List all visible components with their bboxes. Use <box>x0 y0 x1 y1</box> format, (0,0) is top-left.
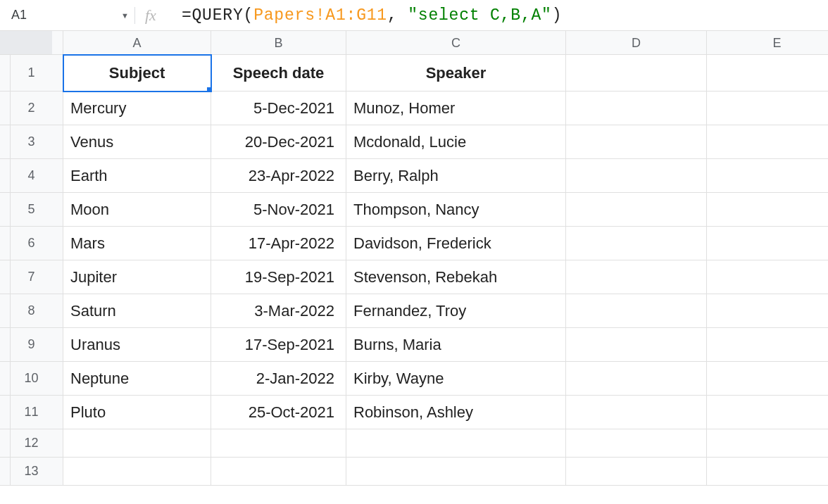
cell-C11[interactable]: Robinson, Ashley <box>346 396 566 429</box>
cell-B8[interactable]: 3-Mar-2022 <box>211 294 346 328</box>
col-header-A[interactable]: A <box>63 31 211 55</box>
cell-E6[interactable] <box>707 227 828 260</box>
formula-string: "select C,B,A" <box>408 6 551 25</box>
cell-A9[interactable]: Uranus <box>63 328 211 362</box>
cell-D11[interactable] <box>566 396 707 429</box>
cell-D10[interactable] <box>566 362 707 396</box>
col-header-E[interactable]: E <box>707 31 828 55</box>
cell-C2[interactable]: Munoz, Homer <box>346 92 566 125</box>
row-header-8[interactable]: 8 <box>0 294 63 328</box>
cell-D3[interactable] <box>566 125 707 159</box>
cell-A12[interactable] <box>63 429 211 458</box>
cell-D12[interactable] <box>566 429 707 458</box>
name-box[interactable]: A1 ▼ <box>4 4 134 27</box>
cell-E4[interactable] <box>707 159 828 193</box>
cell-E2[interactable] <box>707 92 828 125</box>
cell-E5[interactable] <box>707 193 828 227</box>
cell-D1[interactable] <box>566 55 707 92</box>
cell-C13[interactable] <box>346 458 566 486</box>
cell-B10[interactable]: 2-Jan-2022 <box>211 362 346 396</box>
cell-A10[interactable]: Neptune <box>63 362 211 396</box>
cell-E12[interactable] <box>707 429 828 458</box>
cell-B4[interactable]: 23-Apr-2022 <box>211 159 346 193</box>
cell-C9[interactable]: Burns, Maria <box>346 328 566 362</box>
cell-B2[interactable]: 5-Dec-2021 <box>211 92 346 125</box>
row-header-11[interactable]: 11 <box>0 396 63 429</box>
cell-C1-value: Speaker <box>426 64 487 82</box>
row-header-2[interactable]: 2 <box>0 92 63 125</box>
col-header-C[interactable]: C <box>346 31 566 55</box>
cell-B7[interactable]: 19-Sep-2021 <box>211 260 346 294</box>
cell-A3[interactable]: Venus <box>63 125 211 159</box>
formula-close-paren: ) <box>552 6 563 25</box>
cell-C10[interactable]: Kirby, Wayne <box>346 362 566 396</box>
row-header-9[interactable]: 9 <box>0 328 63 362</box>
formula-comma: , <box>387 6 408 25</box>
cell-E3[interactable] <box>707 125 828 159</box>
cell-E11[interactable] <box>707 396 828 429</box>
cell-D2[interactable] <box>566 92 707 125</box>
select-all-corner[interactable] <box>0 31 63 55</box>
cell-B5[interactable]: 5-Nov-2021 <box>211 193 346 227</box>
row-header-13[interactable]: 13 <box>0 458 63 486</box>
cell-C3[interactable]: Mcdonald, Lucie <box>346 125 566 159</box>
cell-A5[interactable]: Moon <box>63 193 211 227</box>
cell-B1[interactable]: Speech date <box>211 55 346 92</box>
cell-C1[interactable]: Speaker <box>346 55 566 92</box>
cell-D7[interactable] <box>566 260 707 294</box>
spreadsheet-grid: A B C D E 1 Subject Speech date Speaker … <box>0 31 828 486</box>
row-header-6[interactable]: 6 <box>0 227 63 260</box>
formula-open-paren: ( <box>244 6 254 25</box>
divider <box>134 7 135 24</box>
formula-range: Papers!A1:G11 <box>253 6 387 25</box>
cell-C4[interactable]: Berry, Ralph <box>346 159 566 193</box>
cell-E1[interactable] <box>707 55 828 92</box>
formula-input[interactable]: =QUERY(Papers!A1:G11, "select C,B,A") <box>182 6 824 25</box>
formula-bar: A1 ▼ fx =QUERY(Papers!A1:G11, "select C,… <box>0 0 828 31</box>
cell-D6[interactable] <box>566 227 707 260</box>
cell-C6[interactable]: Davidson, Frederick <box>346 227 566 260</box>
cell-A2[interactable]: Mercury <box>63 92 211 125</box>
row-header-1[interactable]: 1 <box>0 55 63 92</box>
fx-icon: fx <box>145 6 156 25</box>
cell-B13[interactable] <box>211 458 346 486</box>
cell-D9[interactable] <box>566 328 707 362</box>
row-header-4[interactable]: 4 <box>0 159 63 193</box>
cell-E13[interactable] <box>707 458 828 486</box>
cell-D13[interactable] <box>566 458 707 486</box>
cell-E7[interactable] <box>707 260 828 294</box>
cell-C12[interactable] <box>346 429 566 458</box>
cell-E9[interactable] <box>707 328 828 362</box>
cell-B6[interactable]: 17-Apr-2022 <box>211 227 346 260</box>
cell-D4[interactable] <box>566 159 707 193</box>
cell-A1-value: Subject <box>109 64 165 82</box>
cell-A1[interactable]: Subject <box>63 55 211 92</box>
cell-A4[interactable]: Earth <box>63 159 211 193</box>
chevron-down-icon[interactable]: ▼ <box>121 11 129 20</box>
cell-A8[interactable]: Saturn <box>63 294 211 328</box>
cell-D5[interactable] <box>566 193 707 227</box>
row-header-12[interactable]: 12 <box>0 429 63 458</box>
cell-E10[interactable] <box>707 362 828 396</box>
formula-eq: = <box>182 6 192 25</box>
col-header-D[interactable]: D <box>566 31 707 55</box>
cell-A7[interactable]: Jupiter <box>63 260 211 294</box>
cell-B11[interactable]: 25-Oct-2021 <box>211 396 346 429</box>
cell-A13[interactable] <box>63 458 211 486</box>
col-header-B[interactable]: B <box>211 31 346 55</box>
row-header-5[interactable]: 5 <box>0 193 63 227</box>
cell-E8[interactable] <box>707 294 828 328</box>
cell-B3[interactable]: 20-Dec-2021 <box>211 125 346 159</box>
row-header-10[interactable]: 10 <box>0 362 63 396</box>
row-header-7[interactable]: 7 <box>0 260 63 294</box>
cell-D8[interactable] <box>566 294 707 328</box>
cell-B1-value: Speech date <box>233 64 325 82</box>
cell-B9[interactable]: 17-Sep-2021 <box>211 328 346 362</box>
cell-A6[interactable]: Mars <box>63 227 211 260</box>
cell-C5[interactable]: Thompson, Nancy <box>346 193 566 227</box>
cell-C7[interactable]: Stevenson, Rebekah <box>346 260 566 294</box>
cell-B12[interactable] <box>211 429 346 458</box>
cell-C8[interactable]: Fernandez, Troy <box>346 294 566 328</box>
row-header-3[interactable]: 3 <box>0 125 63 159</box>
cell-A11[interactable]: Pluto <box>63 396 211 429</box>
